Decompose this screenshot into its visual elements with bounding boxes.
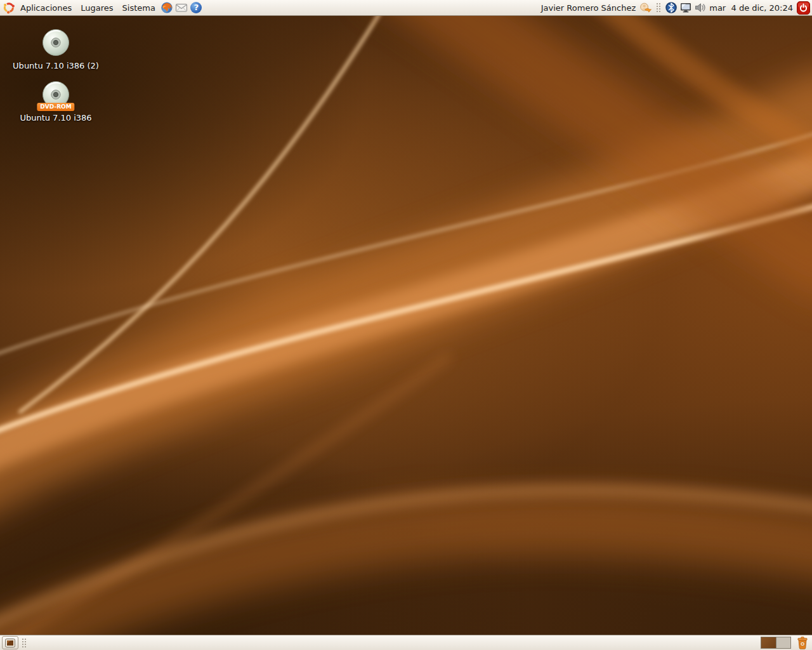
bottom-panel [0,635,812,650]
volume-icon[interactable] [693,1,707,15]
desktop-icon-label: Ubuntu 7.10 i386 [20,113,91,123]
user-switcher-name[interactable]: Javier Romero Sánchez [536,3,638,13]
power-button-icon[interactable] [797,1,810,15]
desktop-icon-ubuntu-cd-2[interactable]: Ubuntu 7.10 i386 (2) [2,28,110,70]
workspace-2[interactable] [776,637,790,648]
email-icon[interactable] [175,1,188,15]
top-panel: Aplicaciones Lugares Sistema ? Javier Ro… [0,0,812,16]
cd-disc-icon [41,28,70,57]
menu-aplicaciones[interactable]: Aplicaciones [16,2,76,14]
desktop-icon-label: Ubuntu 7.10 i386 (2) [13,61,99,70]
desktop-icon-ubuntu-cd-1[interactable]: DVD-ROM Ubuntu 7.10 i386 [2,80,110,123]
cd-disc-icon: DVD-ROM [41,80,70,109]
clock[interactable]: mar 4 de dic, 20:24 [707,3,796,13]
firefox-icon[interactable] [160,1,174,15]
show-desktop-icon [5,639,15,647]
bluetooth-icon[interactable] [664,1,678,15]
help-glyph: ? [190,2,202,13]
show-desktop-button[interactable] [2,636,18,649]
trash-button[interactable] [795,636,810,650]
trash-icon [796,636,809,649]
workspace-switcher [761,637,791,649]
user-switch-icon[interactable] [639,1,652,15]
panel-drag-handle[interactable] [21,637,27,649]
menu-sistema[interactable]: Sistema [118,2,160,14]
help-icon[interactable]: ? [190,1,203,15]
desktop-wallpaper [0,0,812,650]
workspace-1[interactable] [761,637,776,648]
display-icon[interactable] [679,1,692,15]
dvd-rom-badge: DVD-ROM [37,103,74,111]
panel-drag-handle[interactable] [655,2,661,13]
ubuntu-logo-icon[interactable] [2,1,15,15]
menu-lugares[interactable]: Lugares [76,2,117,14]
